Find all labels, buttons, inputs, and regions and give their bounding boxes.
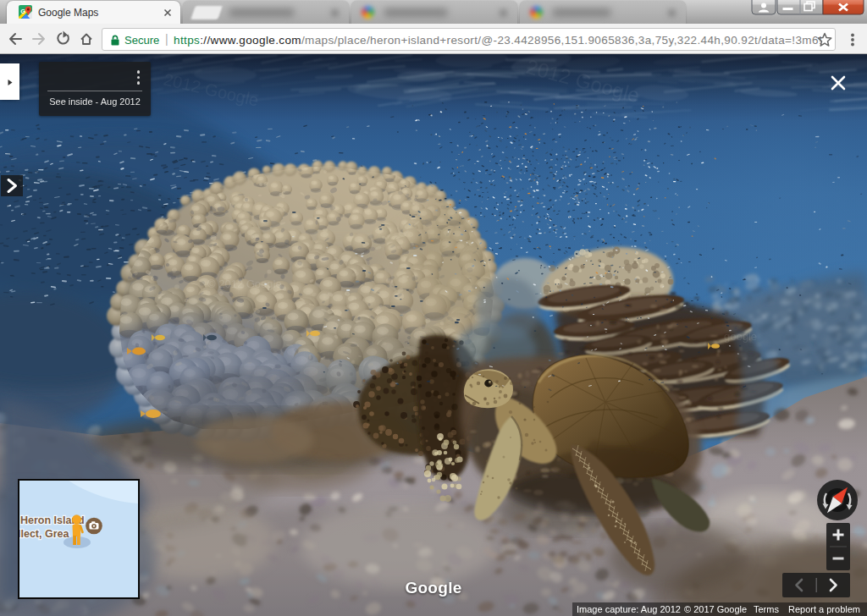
svg-text:G: G xyxy=(20,8,25,15)
svg-text:© 2012 Google: © 2012 Google xyxy=(207,278,282,290)
svg-text:google: google xyxy=(724,330,757,343)
svg-text:llect, Grea: llect, Grea xyxy=(19,528,69,540)
